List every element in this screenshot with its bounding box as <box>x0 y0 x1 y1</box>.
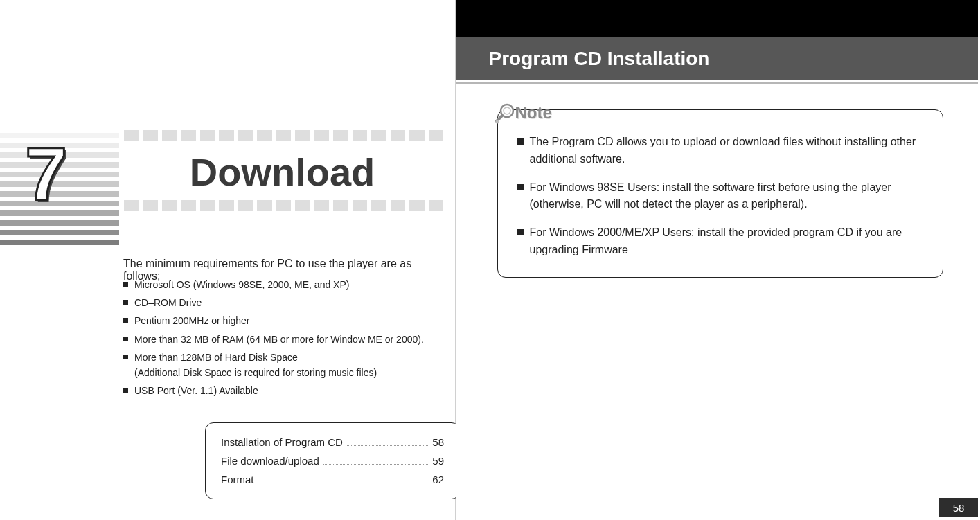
toc-label: File download/upload <box>221 451 319 470</box>
left-page: 7 Download The minimum requirements for … <box>0 0 455 520</box>
deco-square <box>353 130 367 141</box>
note-list: The Program CD allows you to upload or d… <box>517 134 923 259</box>
deco-square <box>143 130 157 141</box>
deco-square <box>181 200 195 211</box>
requirement-item: More than 128MB of Hard Disk Space(Addit… <box>123 351 449 379</box>
deco-square <box>371 130 386 141</box>
toc-row: File download/upload59 <box>221 451 444 470</box>
requirement-item: More than 32 MB of RAM (64 MB or more fo… <box>123 333 449 346</box>
page-number: 58 <box>939 498 978 517</box>
requirement-item: USB Port (Ver. 1.1) Available <box>123 384 449 397</box>
deco-square <box>409 200 424 211</box>
deco-square <box>333 130 348 141</box>
deco-square <box>124 200 139 211</box>
toc-page: 59 <box>432 451 444 470</box>
deco-square <box>333 200 348 211</box>
toc-label: Installation of Program CD <box>221 433 343 451</box>
requirements-list: Microsoft OS (Windows 98SE, 2000, ME, an… <box>123 278 449 402</box>
toc-leader <box>347 445 428 446</box>
stripe <box>0 230 119 235</box>
toc-leader <box>323 463 429 465</box>
page-title: Program CD Installation <box>456 37 978 80</box>
title-deco-top <box>121 130 443 141</box>
deco-square <box>238 130 253 141</box>
chapter-title-block: Download <box>121 130 443 211</box>
deco-square <box>295 200 310 211</box>
toc-row: Format62 <box>221 470 444 489</box>
note-badge: Note <box>493 101 552 125</box>
magnifier-icon <box>493 101 517 125</box>
deco-square <box>238 200 253 211</box>
toc-page: 58 <box>432 433 444 451</box>
deco-square <box>429 200 443 211</box>
requirement-item: Microsoft OS (Windows 98SE, 2000, ME, an… <box>123 278 449 291</box>
svg-point-3 <box>495 120 499 124</box>
toc-leader <box>258 482 429 483</box>
deco-square <box>276 200 291 211</box>
note-block: Note The Program CD allows you to upload… <box>497 109 943 278</box>
deco-square <box>295 130 310 141</box>
deco-square <box>200 200 215 211</box>
deco-square <box>429 130 443 141</box>
deco-square <box>181 130 195 141</box>
note-box: The Program CD allows you to upload or d… <box>497 109 943 278</box>
deco-square <box>391 130 405 141</box>
deco-square <box>219 130 233 141</box>
right-header: Program CD Installation <box>456 0 978 83</box>
section-toc: Installation of Program CD58File downloa… <box>205 422 460 499</box>
deco-square <box>353 200 367 211</box>
deco-square <box>314 200 329 211</box>
requirement-item: CD–ROM Drive <box>123 296 449 309</box>
stripe <box>0 240 119 245</box>
header-rule <box>456 82 978 84</box>
toc-row: Installation of Program CD58 <box>221 433 444 451</box>
requirement-subtext: (Additional Disk Space is required for s… <box>134 366 449 379</box>
title-deco-bottom <box>121 200 443 211</box>
deco-square <box>314 130 329 141</box>
deco-square <box>124 130 139 141</box>
header-black-bar <box>456 0 978 37</box>
toc-page: 62 <box>432 470 444 489</box>
document-spread: 7 Download The minimum requirements for … <box>0 0 980 520</box>
deco-square <box>143 200 157 211</box>
note-item: For Windows 98SE Users: install the soft… <box>517 179 923 214</box>
deco-square <box>162 130 177 141</box>
deco-square <box>391 200 405 211</box>
deco-square <box>162 200 177 211</box>
right-page: Program CD Installation Note The Program… <box>456 0 980 520</box>
toc-label: Format <box>221 470 254 489</box>
deco-square <box>257 200 271 211</box>
deco-square <box>371 200 386 211</box>
chapter-number: 7 <box>25 136 67 212</box>
requirement-item: Pentium 200MHz or higher <box>123 314 449 327</box>
deco-square <box>257 130 271 141</box>
deco-square <box>200 130 215 141</box>
stripe <box>0 220 119 226</box>
chapter-title: Download <box>121 141 443 200</box>
note-item: For Windows 2000/ME/XP Users: install th… <box>517 224 923 259</box>
note-item: The Program CD allows you to upload or d… <box>517 134 923 168</box>
deco-square <box>219 200 233 211</box>
deco-square <box>409 130 424 141</box>
deco-square <box>276 130 291 141</box>
note-label: Note <box>515 103 552 123</box>
